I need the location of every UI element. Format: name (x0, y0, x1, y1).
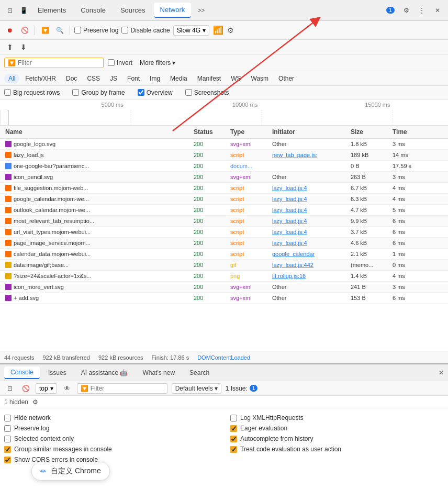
console-close-icon[interactable]: ✕ (439, 369, 444, 376)
console-setting-checkbox[interactable] (4, 415, 11, 421)
search-icon[interactable]: 🔍 (54, 25, 65, 36)
table-row[interactable]: + add.svg 200 svg+xml Other 153 B 6 ms (0, 293, 448, 304)
device-icon[interactable]: 📱 (18, 5, 29, 16)
table-row[interactable]: calendar_data.mojom-webui... 200 script … (0, 249, 448, 260)
console-setting-row[interactable]: Log XMLHttpRequests (230, 413, 444, 423)
initiator-link[interactable]: lazy_load.js:442 (272, 262, 313, 268)
table-row[interactable]: google_calendar.mojom-we... 200 script l… (0, 194, 448, 205)
screenshots-input[interactable] (185, 89, 192, 96)
invert-input[interactable] (108, 59, 115, 66)
console-setting-checkbox[interactable] (230, 436, 237, 442)
console-setting-row[interactable]: Eager evaluation (230, 423, 444, 434)
overview-check[interactable]: Overview (138, 89, 173, 96)
table-row[interactable]: most_relevant_tab_resumptio... 200 scrip… (0, 216, 448, 227)
group-by-frame-input[interactable] (72, 89, 79, 96)
type-btn-manifest[interactable]: Manifest (193, 74, 225, 83)
initiator-link[interactable]: lazy_load.js:4 (272, 229, 307, 235)
speed-select[interactable]: Slow 4G ▾ (173, 25, 209, 36)
preserve-log-checkbox[interactable]: Preserve log (74, 27, 118, 34)
default-levels-button[interactable]: Default levels ▾ (172, 383, 221, 394)
overview-input[interactable] (138, 89, 144, 96)
tab-elements[interactable]: Elements (31, 3, 72, 17)
type-btn-js[interactable]: JS (106, 74, 121, 83)
console-filter-input[interactable] (91, 385, 164, 392)
type-btn-wasm[interactable]: Wasm (247, 74, 273, 83)
network-settings-icon[interactable]: ⚙ (227, 26, 234, 35)
disable-cache-checkbox[interactable]: Disable cache (121, 27, 170, 34)
type-btn-other[interactable]: Other (274, 74, 298, 83)
record-icon[interactable]: ⏺ (4, 25, 16, 36)
filter-toggle-icon[interactable]: 🔽 (39, 25, 51, 36)
table-row[interactable]: file_suggestion.mojom-web... 200 script … (0, 183, 448, 194)
console-setting-checkbox[interactable] (4, 446, 11, 453)
filter-input[interactable] (18, 59, 100, 66)
big-request-rows-check[interactable]: Big request rows (4, 89, 60, 96)
console-tab-console[interactable]: Console (4, 366, 40, 379)
console-setting-checkbox[interactable] (4, 457, 11, 463)
initiator-link[interactable]: lazy_load.js:4 (272, 196, 307, 202)
group-by-frame-check[interactable]: Group by frame (72, 89, 125, 96)
close-devtools-icon[interactable]: ✕ (431, 4, 444, 17)
filter-input-wrapper[interactable]: 🔽 (4, 58, 104, 68)
table-row[interactable]: lazy_load.js 200 script new_tab_page.js:… (0, 150, 448, 161)
tab-more-icon[interactable]: >> (193, 5, 209, 16)
hidden-settings-icon[interactable]: ⚙ (32, 398, 38, 406)
console-setting-checkbox[interactable] (230, 415, 237, 421)
initiator-link[interactable]: lit.rollup.js:16 (272, 273, 306, 279)
console-setting-row[interactable]: Hide network (4, 413, 218, 423)
console-tab-issues[interactable]: Issues (42, 367, 73, 379)
tab-network[interactable]: Network (154, 3, 192, 18)
initiator-link[interactable]: lazy_load.js:4 (272, 207, 307, 213)
type-btn-ws[interactable]: WS (227, 74, 245, 83)
console-setting-row[interactable]: Autocomplete from history (230, 434, 444, 444)
table-row[interactable]: icon_pencil.svg 200 svg+xml Other 263 B … (0, 172, 448, 183)
initiator-link[interactable]: lazy_load.js:4 (272, 240, 307, 246)
table-row[interactable]: google_logo.svg 200 svg+xml Other 1.8 kB… (0, 139, 448, 150)
download-icon[interactable]: ⬇ (18, 41, 29, 53)
table-row[interactable]: data:image/gif;base... 200 gif lazy_load… (0, 260, 448, 271)
settings-icon[interactable]: ⚙ (400, 4, 412, 17)
type-btn-css[interactable]: CSS (83, 74, 104, 83)
console-setting-row[interactable]: Preserve log (4, 423, 218, 434)
table-row[interactable]: icon_more_vert.svg 200 svg+xml Other 241… (0, 282, 448, 293)
console-setting-row[interactable]: Treat code evaluation as user action (230, 444, 444, 454)
initiator-link[interactable]: lazy_load.js:4 (272, 185, 307, 191)
type-btn-fetch-xhr[interactable]: Fetch/XHR (21, 74, 60, 83)
table-row[interactable]: page_image_service.mojom... 200 script l… (0, 238, 448, 249)
console-clear-icon[interactable]: 🚫 (20, 383, 31, 394)
preserve-log-input[interactable] (74, 27, 81, 34)
more-options-icon[interactable]: ⋮ (416, 4, 428, 17)
console-tab-ai[interactable]: AI assistance 🤖 (75, 367, 135, 379)
more-filters-button[interactable]: More filters ▾ (137, 58, 178, 68)
console-setting-checkbox[interactable] (4, 436, 11, 442)
console-setting-row[interactable]: Group similar messages in console (4, 444, 218, 454)
wifi-icon[interactable]: 📶 (212, 25, 224, 36)
table-row[interactable]: one-google-bar?paramsenc... 200 docum...… (0, 161, 448, 172)
console-setting-checkbox[interactable] (230, 446, 237, 453)
tab-console[interactable]: Console (74, 3, 112, 17)
top-context-select[interactable]: top ▾ (36, 383, 57, 394)
console-setting-checkbox[interactable] (230, 425, 237, 432)
console-tab-whatsnew[interactable]: What's new (136, 367, 181, 379)
console-tab-search[interactable]: Search (183, 367, 216, 379)
console-setting-row[interactable]: Selected context only (4, 434, 218, 444)
screenshots-check[interactable]: Screenshots (185, 89, 229, 96)
type-btn-doc[interactable]: Doc (62, 74, 81, 83)
table-row[interactable]: ?size=24&scaleFactor=1x&s... 200 png lit… (0, 271, 448, 282)
console-setting-checkbox[interactable] (4, 425, 11, 432)
console-sidebar-icon[interactable]: ⊡ (4, 383, 16, 394)
type-btn-font[interactable]: Font (123, 74, 144, 83)
tab-sources[interactable]: Sources (114, 3, 152, 17)
initiator-link[interactable]: google_calendar (272, 251, 315, 257)
console-filter-wrapper[interactable]: 🔽 (77, 383, 167, 394)
console-eye-icon[interactable]: 👁 (61, 383, 73, 394)
type-btn-media[interactable]: Media (166, 74, 192, 83)
initiator-link[interactable]: lazy_load.js:4 (272, 218, 307, 224)
invert-checkbox[interactable]: Invert (108, 59, 132, 66)
clear-icon[interactable]: 🚫 (19, 25, 30, 36)
big-request-rows-input[interactable] (4, 89, 11, 96)
table-row[interactable]: outlook_calendar.mojom-we... 200 script … (0, 205, 448, 216)
initiator-link[interactable]: new_tab_page.js: (272, 152, 317, 158)
upload-icon[interactable]: ⬆ (4, 41, 16, 53)
type-btn-all[interactable]: All (4, 74, 19, 83)
